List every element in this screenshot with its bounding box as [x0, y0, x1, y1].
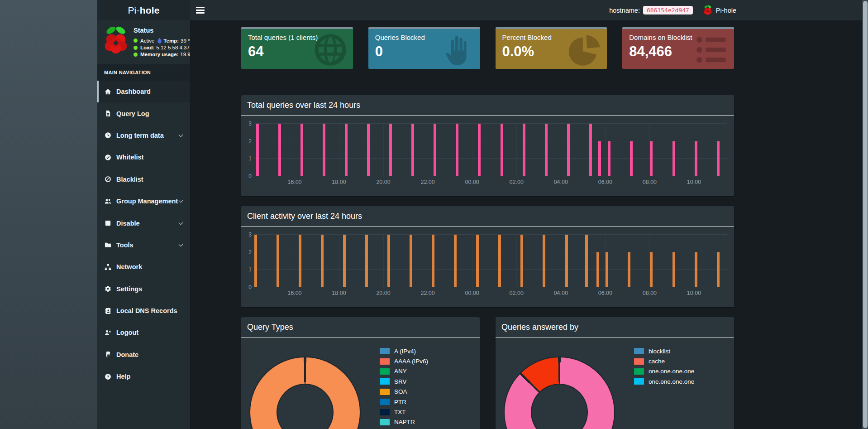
x-tick-label: 16:00 — [287, 179, 301, 185]
legend-color-swatch — [634, 378, 644, 385]
users-icon — [105, 198, 116, 205]
legend-item-a-ipv4[interactable]: A (IPv4) — [380, 346, 428, 356]
bar — [695, 252, 697, 287]
sidebar-item-network[interactable]: Network — [97, 256, 190, 278]
top-bar: Pi-hole hostname: 666154e2d947 Pi-hole — [97, 0, 862, 20]
sidebar-item-label: Query Log — [116, 110, 149, 117]
bar — [717, 252, 720, 287]
sidebar-item-label: Settings — [116, 285, 142, 293]
y-tick-label: 1 — [248, 266, 252, 273]
bar — [650, 141, 653, 176]
memory-label: Memory usage: — [140, 52, 178, 57]
gridline — [254, 269, 727, 270]
sidebar-item-donate[interactable]: Donate — [97, 344, 190, 366]
bar — [596, 252, 599, 287]
sidebar: Status Active Temp: 39 °C Load: 5.12 5.5… — [97, 20, 190, 429]
status-title: Status — [134, 27, 196, 34]
legend-item-any[interactable]: ANY — [380, 366, 428, 376]
bar — [254, 235, 257, 287]
question-circle-icon: ? — [105, 373, 116, 380]
legend-item-ptr[interactable]: PTR — [380, 397, 428, 407]
legend-item-one-one-one-one[interactable]: one.one.one.one — [634, 376, 694, 386]
file-icon — [105, 110, 116, 117]
legend-label: one.one.one.one — [649, 368, 694, 375]
sidebar-item-tools[interactable]: Tools — [97, 234, 190, 256]
card-total-queries-1-clients: Total queries (1 clients)64 — [241, 27, 353, 69]
legend-label: PTR — [394, 399, 406, 405]
load-value: 5.12 5.58 4.37 — [156, 45, 190, 50]
panel-title: Client activity over last 24 hours — [247, 212, 362, 221]
sidebar-item-help[interactable]: ?Help — [97, 366, 190, 387]
legend-item-blocklist[interactable]: blocklist — [634, 346, 694, 356]
gridline — [295, 124, 295, 176]
bar — [567, 124, 570, 176]
bar — [389, 124, 392, 176]
sidebar-item-group-management[interactable]: Group Management — [97, 190, 190, 212]
sitemap-icon — [105, 264, 116, 270]
x-axis: 16:0018:0020:0022:0000:0002:0004:0006:00… — [254, 287, 727, 299]
x-axis: 16:0018:0020:0022:0000:0002:0004:0006:00… — [254, 176, 727, 188]
sidebar-item-label: Disable — [116, 220, 140, 227]
sidebar-item-long-term-data[interactable]: Long term data — [97, 125, 190, 146]
gridline — [383, 235, 384, 287]
legend-label: blocklist — [649, 348, 670, 355]
x-tick-label: 18:00 — [332, 179, 346, 185]
sidebar-item-label: Long term data — [116, 132, 164, 139]
sidebar-item-label: Donate — [116, 351, 138, 358]
bar — [523, 124, 525, 176]
legend-color-swatch — [380, 368, 390, 375]
sidebar-item-dashboard[interactable]: Dashboard — [97, 81, 190, 102]
address-book-icon — [105, 308, 116, 314]
legend-item-one-one-one-one[interactable]: one.one.one.one — [634, 366, 694, 376]
logo-text-bold: hole — [140, 5, 160, 16]
plot-area — [254, 124, 727, 176]
legend-item-aaaa-ipv6[interactable]: AAAA (IPv6) — [380, 356, 428, 366]
legend-label: one.one.one.one — [649, 378, 694, 385]
legend-item-txt[interactable]: TXT — [380, 407, 428, 417]
sidebar-item-local-dns-records[interactable]: Local DNS Records — [97, 300, 190, 322]
bar — [478, 124, 481, 176]
folder-icon — [105, 241, 116, 248]
legend-item-cache[interactable]: cache — [634, 356, 694, 366]
gridline — [561, 124, 561, 176]
sidebar-item-label: Logout — [116, 329, 138, 336]
sidebar-item-label: Group Management — [116, 198, 178, 205]
sidebar-item-logout[interactable]: Logout — [97, 322, 190, 343]
y-tick-label: 2 — [248, 138, 252, 145]
app-logo[interactable]: Pi-hole — [97, 0, 190, 20]
sidebar-item-disable[interactable]: Disable — [97, 212, 190, 234]
panel-title: Total queries over last 24 hours — [247, 101, 360, 110]
x-tick-label: 02:00 — [510, 290, 524, 296]
bar — [520, 235, 523, 287]
status-memory-line: Memory usage: 19.9 % — [134, 52, 196, 57]
status-dot-icon — [134, 53, 138, 57]
gridline — [472, 124, 472, 176]
sidebar-item-blacklist[interactable]: Blacklist — [97, 169, 190, 190]
legend-item-srv[interactable]: SRV — [380, 376, 428, 386]
bar — [323, 124, 325, 176]
status-active-label: Active — [140, 38, 154, 43]
bar — [606, 252, 608, 287]
x-tick-label: 22:00 — [420, 290, 434, 296]
bar — [498, 235, 501, 287]
temperature-icon — [157, 38, 162, 43]
gridline — [254, 234, 727, 235]
sidebar-item-query-log[interactable]: Query Log — [97, 102, 190, 124]
legend-item-naptr[interactable]: NAPTR — [380, 417, 428, 427]
x-tick-label: 08:00 — [643, 179, 657, 185]
bar — [411, 124, 414, 176]
gridline — [383, 124, 384, 176]
status-section: Status Active Temp: 39 °C Load: 5.12 5.5… — [97, 20, 190, 64]
x-tick-label: 00:00 — [465, 290, 479, 296]
hamburger-menu-icon[interactable] — [196, 7, 205, 14]
legend-item-soa[interactable]: SOA — [380, 387, 428, 397]
scrollbar-thumb[interactable] — [863, 1, 868, 428]
card-label: Queries Blocked — [375, 34, 473, 41]
card-value: 0.0% — [502, 43, 601, 60]
sidebar-item-whitelist[interactable]: Whitelist — [97, 146, 190, 168]
bar — [545, 124, 548, 176]
sidebar-item-label: Dashboard — [116, 88, 151, 95]
bar — [387, 235, 390, 287]
sidebar-item-settings[interactable]: Settings — [97, 278, 190, 300]
legend-label: TXT — [394, 409, 406, 415]
